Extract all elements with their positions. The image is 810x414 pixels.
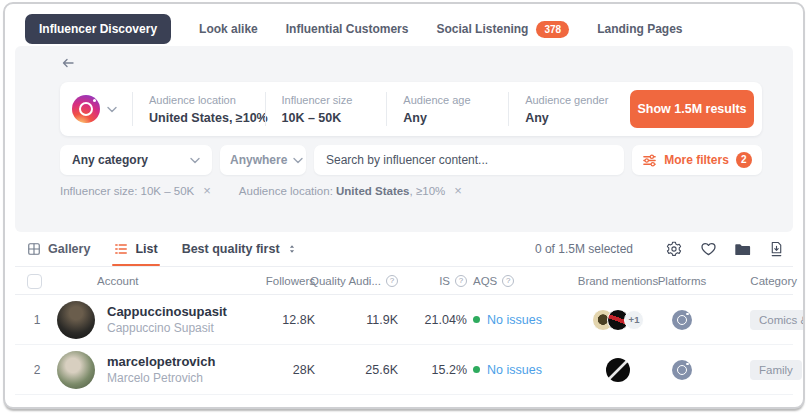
- chip-text: Audience location:: [239, 185, 336, 197]
- table-row[interactable]: 2 marcelopetrovich Marcelo Petrovich 28K…: [15, 345, 793, 395]
- followers-cell: 28K: [245, 345, 315, 394]
- content-search-input[interactable]: [314, 145, 624, 175]
- column-header-quality-audience[interactable]: Quality Audi... ?: [320, 267, 398, 294]
- category-select[interactable]: Any category: [60, 145, 212, 175]
- column-header-followers[interactable]: Followers: [245, 267, 315, 294]
- avatar[interactable]: [57, 345, 95, 394]
- column-header-account[interactable]: Account: [97, 267, 139, 294]
- show-results-button[interactable]: Show 1.5M results: [630, 90, 754, 128]
- full-name: Cappuccino Supasit: [107, 320, 214, 336]
- column-header-platforms[interactable]: Platforms: [652, 267, 712, 294]
- help-icon[interactable]: ?: [502, 275, 514, 287]
- status-dot-icon: [473, 366, 480, 373]
- folder-icon: [734, 242, 751, 257]
- filter-audience-location[interactable]: Audience location United States, ≥10%: [133, 94, 265, 125]
- followers-cell: 12.8K: [245, 295, 315, 344]
- filter-label: Influencer size: [282, 94, 371, 106]
- list-view-button[interactable]: List: [114, 232, 157, 266]
- platforms-cell[interactable]: [652, 345, 712, 394]
- column-header-category[interactable]: Category: [725, 267, 797, 294]
- instagram-icon: [72, 95, 100, 123]
- column-header-aqs[interactable]: AQS ?: [473, 267, 514, 294]
- full-name: Marcelo Petrovich: [107, 370, 203, 386]
- column-header-is[interactable]: IS ?: [400, 267, 467, 294]
- category-cell: Family: [750, 345, 802, 394]
- settings-button[interactable]: [657, 241, 691, 257]
- account-cell[interactable]: Cappuccinosupasit Cappuccino Supasit: [107, 295, 227, 344]
- tab-label: Social Listening: [436, 22, 528, 36]
- app-window: Influencer Discovery Look alike Influent…: [3, 2, 805, 409]
- is-cell: 21.04%: [400, 295, 467, 344]
- help-icon[interactable]: ?: [455, 275, 467, 287]
- selected-count: 0 of 1.5M selected: [535, 242, 633, 256]
- list-label: List: [135, 242, 157, 256]
- instagram-icon: [672, 360, 692, 380]
- filter-summary-card: Audience location United States, ≥10% In…: [60, 82, 762, 136]
- select-all-checkbox[interactable]: [27, 274, 42, 289]
- tab-social-listening[interactable]: Social Listening 378: [436, 21, 569, 38]
- sliders-icon: [642, 153, 657, 168]
- account-cell[interactable]: marcelopetrovich Marcelo Petrovich: [107, 345, 215, 394]
- grid-icon: [27, 242, 41, 256]
- filter-value: United States, ≥10%: [149, 111, 249, 125]
- filter-value: Any: [525, 111, 614, 125]
- sort-arrows-icon: [286, 242, 298, 256]
- active-filter-chips: Influencer size: 10K – 50K × Audience lo…: [60, 184, 462, 197]
- list-icon: [114, 242, 128, 256]
- aqs-cell[interactable]: No issues: [473, 295, 568, 344]
- remove-chip-icon[interactable]: ×: [454, 184, 462, 197]
- gallery-view-button[interactable]: Gallery: [27, 232, 90, 266]
- location-select-value: Anywhere: [230, 153, 287, 167]
- heart-icon: [700, 241, 717, 257]
- export-button[interactable]: [759, 241, 793, 257]
- platform-selector[interactable]: [72, 95, 132, 123]
- username: Cappuccinosupasit: [107, 303, 227, 321]
- brand-avatar: [606, 358, 630, 382]
- chip-text: , ≥10%: [410, 185, 446, 197]
- row-index: 2: [29, 345, 45, 394]
- category-chip: Comics &: [750, 310, 805, 330]
- tab-landing-pages[interactable]: Landing Pages: [597, 22, 682, 36]
- filter-controls-row: Any category Anywhere More filters 2: [60, 145, 762, 175]
- favorites-button[interactable]: [691, 241, 725, 257]
- table-header: Account Followers Quality Audi... ? IS ?…: [15, 266, 793, 295]
- category-select-value: Any category: [72, 153, 148, 167]
- sort-select[interactable]: Best quality first: [182, 242, 298, 256]
- back-button[interactable]: [60, 55, 76, 75]
- chip-bold: United States: [336, 185, 410, 197]
- filter-chip-influencer-size: Influencer size: 10K – 50K ×: [60, 184, 211, 197]
- lists-folder-button[interactable]: [725, 242, 759, 257]
- header-label: IS: [439, 275, 450, 287]
- header-label: Quality Audi...: [310, 275, 381, 287]
- filter-label: Audience age: [403, 94, 492, 106]
- top-tabbar: Influencer Discovery Look alike Influent…: [15, 12, 793, 46]
- social-listening-count-badge: 378: [536, 21, 569, 38]
- aqs-status-link[interactable]: No issues: [487, 313, 542, 327]
- instagram-icon: [672, 310, 692, 330]
- results-toolbar: Gallery List Best quality first 0 of 1.5…: [15, 232, 793, 266]
- more-filters-label: More filters: [664, 153, 729, 167]
- category-chip: Family: [750, 360, 802, 380]
- aqs-cell[interactable]: No issues: [473, 345, 568, 394]
- influencer-avatar: [57, 301, 95, 339]
- tab-look-alike[interactable]: Look alike: [199, 22, 258, 36]
- more-filters-button[interactable]: More filters 2: [632, 145, 762, 175]
- tab-influencer-discovery[interactable]: Influencer Discovery: [25, 14, 171, 44]
- remove-chip-icon[interactable]: ×: [203, 184, 211, 197]
- filter-influencer-size[interactable]: Influencer size 10K – 50K: [266, 94, 387, 125]
- table-row[interactable]: 1 Cappuccinosupasit Cappuccino Supasit 1…: [15, 295, 793, 345]
- platforms-cell[interactable]: [652, 295, 712, 344]
- avatar[interactable]: [57, 295, 95, 344]
- aqs-status-link[interactable]: No issues: [487, 363, 542, 377]
- brand-mentions-more-badge: +1: [624, 310, 644, 330]
- export-icon: [769, 241, 784, 257]
- quality-audience-cell: 25.6K: [320, 345, 398, 394]
- status-dot-icon: [473, 316, 480, 323]
- filter-audience-gender[interactable]: Audience gender Any: [509, 94, 630, 125]
- filter-audience-age[interactable]: Audience age Any: [387, 94, 508, 125]
- tab-influential-customers[interactable]: Influential Customers: [286, 22, 409, 36]
- help-icon[interactable]: ?: [386, 275, 398, 287]
- location-select[interactable]: Anywhere: [220, 145, 306, 175]
- chevron-down-icon: [293, 157, 303, 164]
- gallery-label: Gallery: [48, 242, 90, 256]
